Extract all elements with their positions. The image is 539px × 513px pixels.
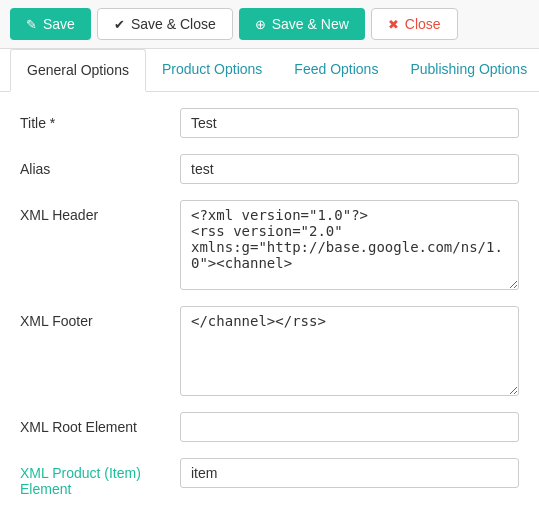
xml-product-label: XML Product (Item) Element (20, 458, 180, 497)
check-icon: ✔ (114, 17, 125, 32)
close-button[interactable]: ✖ Close (371, 8, 458, 40)
title-row: Title * (20, 108, 519, 138)
tab-publishing[interactable]: Publishing Options (394, 49, 539, 91)
tab-bar: General Options Product Options Feed Opt… (0, 49, 539, 92)
toolbar: ✎ Save ✔ Save & Close ⊕ Save & New ✖ Clo… (0, 0, 539, 49)
tab-feed[interactable]: Feed Options (278, 49, 394, 91)
xml-header-label: XML Header (20, 200, 180, 223)
title-label: Title * (20, 108, 180, 131)
form-area: Title * Alias XML Header XML Footer XML … (0, 92, 539, 513)
xml-root-label: XML Root Element (20, 412, 180, 435)
tab-general[interactable]: General Options (10, 49, 146, 92)
alias-row: Alias (20, 154, 519, 184)
save-button[interactable]: ✎ Save (10, 8, 91, 40)
plus-icon: ⊕ (255, 17, 266, 32)
xml-header-row: XML Header (20, 200, 519, 290)
title-input[interactable] (180, 108, 519, 138)
xml-root-input[interactable] (180, 412, 519, 442)
close-label: Close (405, 16, 441, 32)
save-new-label: Save & New (272, 16, 349, 32)
xml-footer-label: XML Footer (20, 306, 180, 329)
xml-root-row: XML Root Element (20, 412, 519, 442)
save-close-label: Save & Close (131, 16, 216, 32)
alias-input[interactable] (180, 154, 519, 184)
save-new-button[interactable]: ⊕ Save & New (239, 8, 365, 40)
x-icon: ✖ (388, 17, 399, 32)
save-label: Save (43, 16, 75, 32)
xml-product-input[interactable] (180, 458, 519, 488)
alias-label: Alias (20, 154, 180, 177)
tab-product[interactable]: Product Options (146, 49, 278, 91)
save-close-button[interactable]: ✔ Save & Close (97, 8, 233, 40)
save-icon: ✎ (26, 17, 37, 32)
xml-product-row: XML Product (Item) Element (20, 458, 519, 497)
xml-footer-row: XML Footer (20, 306, 519, 396)
xml-header-input[interactable] (180, 200, 519, 290)
xml-footer-input[interactable] (180, 306, 519, 396)
